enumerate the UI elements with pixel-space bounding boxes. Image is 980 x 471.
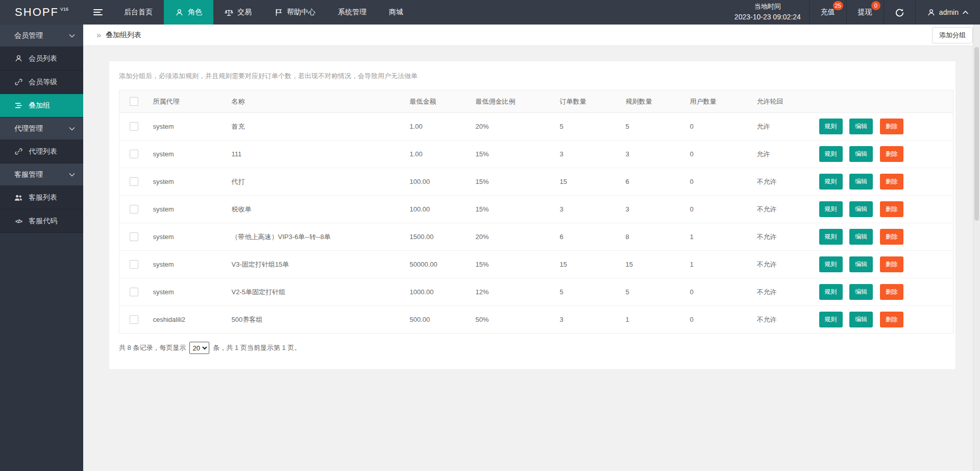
delete-button[interactable]: 删除 bbox=[880, 174, 903, 190]
delete-button[interactable]: 删除 bbox=[880, 229, 903, 245]
row-checkbox[interactable] bbox=[130, 288, 138, 296]
delete-button[interactable]: 删除 bbox=[880, 201, 903, 217]
cell-min-amount: 500.00 bbox=[400, 306, 465, 334]
breadcrumb-icon: » bbox=[96, 31, 101, 40]
column-header-min-amount: 最低金额 bbox=[400, 90, 465, 113]
rule-button[interactable]: 规则 bbox=[819, 201, 843, 217]
row-checkbox[interactable] bbox=[130, 260, 138, 269]
rule-button[interactable]: 规则 bbox=[819, 229, 843, 245]
table-body: system 首充 1.00 20% 5 5 0 允许 规则 编辑 删除 sys… bbox=[119, 113, 953, 334]
sidebar-group-agents[interactable]: 代理管理 bbox=[0, 117, 83, 140]
row-checkbox[interactable] bbox=[130, 177, 138, 186]
rule-button[interactable]: 规则 bbox=[819, 174, 843, 190]
sidebar-group-service[interactable]: 客服管理 bbox=[0, 163, 83, 186]
cell-name: 111 bbox=[222, 140, 400, 168]
cell-commission: 50% bbox=[465, 306, 550, 334]
nav-item-dashboard[interactable]: 后台首页 bbox=[113, 0, 164, 25]
table-row: system V2-5单固定打针组 1000.00 12% 5 5 0 不允许 … bbox=[119, 278, 953, 306]
per-page-select[interactable]: 20 bbox=[189, 342, 209, 354]
sidebar-toggle-button[interactable] bbox=[83, 0, 113, 25]
select-all-checkbox[interactable] bbox=[130, 97, 138, 106]
delete-button[interactable]: 删除 bbox=[880, 119, 903, 134]
rule-button[interactable]: 规则 bbox=[819, 284, 843, 300]
sidebar-item-service-code[interactable]: </> 客服代码 bbox=[0, 209, 83, 233]
rule-button[interactable]: 规则 bbox=[819, 256, 843, 272]
withdraw-label: 提现 bbox=[858, 8, 872, 17]
cell-name: 税收单 bbox=[222, 196, 400, 223]
cell-rules: 5 bbox=[616, 278, 680, 306]
vertical-scrollbar[interactable] bbox=[973, 25, 980, 471]
table-row: system 代打 100.00 15% 15 6 0 不允许 规则 编辑 删除 bbox=[119, 168, 953, 196]
cell-commission: 20% bbox=[465, 223, 550, 251]
code-icon: </> bbox=[14, 217, 23, 225]
cell-commission: 20% bbox=[465, 113, 550, 140]
logo-version: V16 bbox=[60, 7, 68, 12]
nav-item-mall[interactable]: 商城 bbox=[378, 0, 414, 25]
nav-item-help-center[interactable]: 帮助中心 bbox=[263, 0, 327, 25]
edit-button[interactable]: 编辑 bbox=[849, 256, 873, 272]
cell-name: V2-5单固定打针组 bbox=[222, 278, 400, 306]
cell-loop: 不允许 bbox=[747, 196, 809, 223]
delete-button[interactable]: 删除 bbox=[880, 312, 903, 327]
edit-button[interactable]: 编辑 bbox=[849, 174, 873, 190]
edit-button[interactable]: 编辑 bbox=[849, 312, 873, 327]
nav-item-roles[interactable]: 角色 bbox=[164, 0, 213, 25]
cell-agent: system bbox=[143, 223, 222, 251]
cell-orders: 15 bbox=[550, 168, 616, 196]
add-group-button[interactable]: 添加分组 bbox=[932, 27, 973, 43]
link-icon bbox=[14, 147, 23, 156]
sidebar-item-member-list[interactable]: 会员列表 bbox=[0, 47, 83, 70]
user-menu[interactable]: admin bbox=[915, 0, 980, 25]
row-checkbox[interactable] bbox=[130, 150, 138, 158]
withdraw-button[interactable]: 提现 0 bbox=[846, 0, 884, 25]
cell-commission: 15% bbox=[465, 251, 550, 278]
sidebar-item-member-level[interactable]: 会员等级 bbox=[0, 70, 83, 94]
user-icon bbox=[927, 8, 936, 17]
edit-button[interactable]: 编辑 bbox=[849, 284, 873, 300]
sidebar-item-stack-group[interactable]: 叠加组 bbox=[0, 94, 83, 117]
delete-button[interactable]: 删除 bbox=[880, 284, 903, 300]
row-checkbox[interactable] bbox=[130, 205, 138, 214]
cell-commission: 12% bbox=[465, 278, 550, 306]
pagination-prefix: 共 8 条记录，每页显示 bbox=[119, 343, 186, 352]
cell-rules: 8 bbox=[616, 223, 680, 251]
cell-orders: 5 bbox=[550, 278, 616, 306]
edit-button[interactable]: 编辑 bbox=[849, 229, 873, 245]
cell-rules: 1 bbox=[616, 306, 680, 334]
rule-button[interactable]: 规则 bbox=[819, 312, 843, 327]
cell-agent: system bbox=[143, 251, 222, 278]
sidebar-item-agent-list[interactable]: 代理列表 bbox=[0, 140, 83, 163]
delete-button[interactable]: 删除 bbox=[880, 146, 903, 162]
recharge-button[interactable]: 充值 25 bbox=[809, 0, 846, 25]
delete-button[interactable]: 删除 bbox=[880, 256, 903, 272]
row-checkbox[interactable] bbox=[130, 122, 138, 131]
app-logo: SHOPFV16 bbox=[0, 0, 83, 25]
nav-item-trade[interactable]: 交易 bbox=[213, 0, 263, 25]
rule-button[interactable]: 规则 bbox=[819, 119, 843, 134]
cell-orders: 15 bbox=[550, 251, 616, 278]
column-header-agent: 所属代理 bbox=[143, 90, 222, 113]
column-header-actions bbox=[809, 90, 953, 113]
cell-rules: 3 bbox=[616, 140, 680, 168]
refresh-button[interactable] bbox=[884, 0, 915, 25]
edit-button[interactable]: 编辑 bbox=[849, 201, 873, 217]
users-icon bbox=[14, 193, 23, 202]
cell-orders: 6 bbox=[550, 223, 616, 251]
column-header-loop: 允许轮回 bbox=[747, 90, 809, 113]
local-time-value: 2023-10-23 09:02:24 bbox=[734, 12, 801, 23]
cell-loop: 允许 bbox=[747, 140, 809, 168]
row-checkbox[interactable] bbox=[130, 315, 138, 324]
sidebar-group-members[interactable]: 会员管理 bbox=[0, 25, 83, 47]
cell-name: V3-固定打针组15单 bbox=[222, 251, 400, 278]
edit-button[interactable]: 编辑 bbox=[849, 119, 873, 134]
scrollbar-thumb[interactable] bbox=[974, 47, 979, 221]
row-checkbox[interactable] bbox=[130, 232, 138, 241]
nav-label: 交易 bbox=[237, 8, 252, 17]
edit-button[interactable]: 编辑 bbox=[849, 146, 873, 162]
sidebar-item-service-list[interactable]: 客服列表 bbox=[0, 186, 83, 209]
cell-agent: ceshidalili2 bbox=[143, 306, 222, 334]
rule-button[interactable]: 规则 bbox=[819, 146, 843, 162]
cell-rules: 3 bbox=[616, 196, 680, 223]
nav-label: 系统管理 bbox=[338, 8, 366, 17]
nav-item-system[interactable]: 系统管理 bbox=[327, 0, 378, 25]
